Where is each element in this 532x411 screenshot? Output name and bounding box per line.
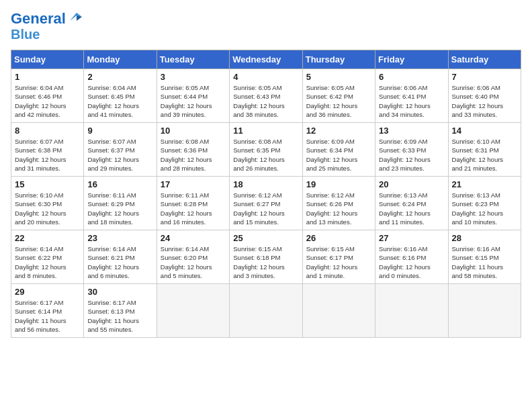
page-header: General Blue [11, 11, 521, 42]
day-info: Sunrise: 6:16 AM Sunset: 6:15 PM Dayligh… [452, 244, 517, 280]
day-number: 1 [15, 72, 80, 82]
calendar-day-cell: 9Sunrise: 6:07 AM Sunset: 6:37 PM Daylig… [84, 123, 157, 177]
day-info: Sunrise: 6:14 AM Sunset: 6:21 PM Dayligh… [87, 244, 152, 280]
calendar-day-cell: 27Sunrise: 6:16 AM Sunset: 6:16 PM Dayli… [375, 230, 448, 284]
day-of-week-header: Friday [375, 50, 448, 69]
day-info: Sunrise: 6:07 AM Sunset: 6:38 PM Dayligh… [15, 137, 80, 173]
day-info: Sunrise: 6:10 AM Sunset: 6:30 PM Dayligh… [15, 191, 80, 226]
calendar-day-cell: 11Sunrise: 6:08 AM Sunset: 6:35 PM Dayli… [230, 123, 302, 177]
day-info: Sunrise: 6:09 AM Sunset: 6:34 PM Dayligh… [306, 137, 371, 173]
calendar-week-row: 8Sunrise: 6:07 AM Sunset: 6:38 PM Daylig… [11, 123, 521, 177]
calendar-day-cell: 16Sunrise: 6:11 AM Sunset: 6:29 PM Dayli… [84, 177, 157, 230]
day-number: 23 [87, 233, 152, 243]
calendar-day-cell: 26Sunrise: 6:15 AM Sunset: 6:17 PM Dayli… [302, 230, 375, 284]
day-number: 28 [452, 233, 517, 243]
day-number: 18 [233, 179, 298, 189]
day-info: Sunrise: 6:05 AM Sunset: 6:43 PM Dayligh… [233, 83, 298, 119]
calendar-day-cell: 14Sunrise: 6:10 AM Sunset: 6:31 PM Dayli… [448, 123, 521, 177]
calendar-week-row: 22Sunrise: 6:14 AM Sunset: 6:22 PM Dayli… [11, 230, 521, 284]
calendar-week-row: 1Sunrise: 6:04 AM Sunset: 6:46 PM Daylig… [11, 69, 521, 123]
calendar-day-cell: 2Sunrise: 6:04 AM Sunset: 6:45 PM Daylig… [84, 69, 157, 123]
calendar-day-cell: 3Sunrise: 6:05 AM Sunset: 6:44 PM Daylig… [157, 69, 229, 123]
day-info: Sunrise: 6:05 AM Sunset: 6:42 PM Dayligh… [306, 83, 371, 119]
logo-text: General [11, 11, 66, 27]
day-number: 15 [15, 179, 80, 189]
day-number: 13 [379, 126, 444, 136]
calendar-day-cell: 15Sunrise: 6:10 AM Sunset: 6:30 PM Dayli… [11, 177, 84, 230]
day-number: 6 [379, 72, 444, 82]
calendar-day-cell: 17Sunrise: 6:11 AM Sunset: 6:28 PM Dayli… [157, 177, 229, 230]
day-number: 10 [161, 126, 226, 136]
calendar-day-cell: 24Sunrise: 6:14 AM Sunset: 6:20 PM Dayli… [157, 230, 229, 284]
day-info: Sunrise: 6:08 AM Sunset: 6:35 PM Dayligh… [233, 137, 298, 173]
day-number: 24 [161, 233, 226, 243]
calendar-day-cell: 5Sunrise: 6:05 AM Sunset: 6:42 PM Daylig… [302, 69, 375, 123]
day-info: Sunrise: 6:13 AM Sunset: 6:23 PM Dayligh… [452, 191, 517, 226]
calendar-day-cell: 30Sunrise: 6:17 AM Sunset: 6:13 PM Dayli… [84, 284, 157, 338]
calendar-day-cell: 10Sunrise: 6:08 AM Sunset: 6:36 PM Dayli… [157, 123, 229, 177]
calendar-day-cell: 20Sunrise: 6:13 AM Sunset: 6:24 PM Dayli… [375, 177, 448, 230]
calendar-day-cell: 29Sunrise: 6:17 AM Sunset: 6:14 PM Dayli… [11, 284, 84, 338]
calendar-week-row: 15Sunrise: 6:10 AM Sunset: 6:30 PM Dayli… [11, 177, 521, 230]
day-number: 8 [15, 126, 80, 136]
day-info: Sunrise: 6:13 AM Sunset: 6:24 PM Dayligh… [379, 191, 444, 226]
day-number: 11 [233, 126, 298, 136]
calendar-day-cell [230, 284, 302, 338]
day-of-week-header: Wednesday [230, 50, 302, 69]
day-info: Sunrise: 6:14 AM Sunset: 6:22 PM Dayligh… [15, 244, 80, 280]
day-number: 14 [452, 126, 517, 136]
calendar-day-cell: 25Sunrise: 6:15 AM Sunset: 6:18 PM Dayli… [230, 230, 302, 284]
calendar-day-cell: 4Sunrise: 6:05 AM Sunset: 6:43 PM Daylig… [230, 69, 302, 123]
day-of-week-header: Saturday [448, 50, 521, 69]
calendar-day-cell [302, 284, 375, 338]
day-info: Sunrise: 6:11 AM Sunset: 6:28 PM Dayligh… [161, 191, 226, 226]
day-of-week-header: Monday [84, 50, 157, 69]
calendar-body: 1Sunrise: 6:04 AM Sunset: 6:46 PM Daylig… [11, 69, 521, 338]
logo-bird-icon [67, 11, 82, 24]
calendar-day-cell: 23Sunrise: 6:14 AM Sunset: 6:21 PM Dayli… [84, 230, 157, 284]
calendar-day-cell: 8Sunrise: 6:07 AM Sunset: 6:38 PM Daylig… [11, 123, 84, 177]
day-number: 5 [306, 72, 371, 82]
calendar-header-row: SundayMondayTuesdayWednesdayThursdayFrid… [11, 50, 521, 69]
day-info: Sunrise: 6:15 AM Sunset: 6:18 PM Dayligh… [233, 244, 298, 280]
day-of-week-header: Sunday [11, 50, 84, 69]
calendar-day-cell: 21Sunrise: 6:13 AM Sunset: 6:23 PM Dayli… [448, 177, 521, 230]
day-number: 17 [161, 179, 226, 189]
day-of-week-header: Tuesday [157, 50, 229, 69]
day-number: 27 [379, 233, 444, 243]
day-info: Sunrise: 6:06 AM Sunset: 6:41 PM Dayligh… [379, 83, 444, 119]
day-info: Sunrise: 6:15 AM Sunset: 6:17 PM Dayligh… [306, 244, 371, 280]
day-number: 7 [452, 72, 517, 82]
day-info: Sunrise: 6:11 AM Sunset: 6:29 PM Dayligh… [87, 191, 152, 226]
day-number: 4 [233, 72, 298, 82]
day-number: 21 [452, 179, 517, 189]
day-info: Sunrise: 6:04 AM Sunset: 6:46 PM Dayligh… [15, 83, 80, 119]
calendar-day-cell: 28Sunrise: 6:16 AM Sunset: 6:15 PM Dayli… [448, 230, 521, 284]
day-number: 19 [306, 179, 371, 189]
calendar-day-cell: 22Sunrise: 6:14 AM Sunset: 6:22 PM Dayli… [11, 230, 84, 284]
calendar-table: SundayMondayTuesdayWednesdayThursdayFrid… [11, 50, 521, 338]
calendar-day-cell: 1Sunrise: 6:04 AM Sunset: 6:46 PM Daylig… [11, 69, 84, 123]
calendar-day-cell [375, 284, 448, 338]
calendar-day-cell [448, 284, 521, 338]
calendar-day-cell: 13Sunrise: 6:09 AM Sunset: 6:33 PM Dayli… [375, 123, 448, 177]
calendar-day-cell [157, 284, 229, 338]
calendar-day-cell: 6Sunrise: 6:06 AM Sunset: 6:41 PM Daylig… [375, 69, 448, 123]
day-number: 29 [15, 287, 80, 297]
day-info: Sunrise: 6:04 AM Sunset: 6:45 PM Dayligh… [87, 83, 152, 119]
day-info: Sunrise: 6:16 AM Sunset: 6:16 PM Dayligh… [379, 244, 444, 280]
day-info: Sunrise: 6:10 AM Sunset: 6:31 PM Dayligh… [452, 137, 517, 173]
day-number: 30 [87, 287, 152, 297]
calendar-day-cell: 12Sunrise: 6:09 AM Sunset: 6:34 PM Dayli… [302, 123, 375, 177]
day-info: Sunrise: 6:12 AM Sunset: 6:26 PM Dayligh… [306, 191, 371, 226]
calendar-day-cell: 19Sunrise: 6:12 AM Sunset: 6:26 PM Dayli… [302, 177, 375, 230]
day-number: 22 [15, 233, 80, 243]
day-info: Sunrise: 6:07 AM Sunset: 6:37 PM Dayligh… [87, 137, 152, 173]
day-number: 9 [87, 126, 152, 136]
day-number: 16 [87, 179, 152, 189]
calendar-day-cell: 18Sunrise: 6:12 AM Sunset: 6:27 PM Dayli… [230, 177, 302, 230]
day-info: Sunrise: 6:08 AM Sunset: 6:36 PM Dayligh… [161, 137, 226, 173]
day-info: Sunrise: 6:17 AM Sunset: 6:13 PM Dayligh… [87, 298, 152, 334]
day-number: 20 [379, 179, 444, 189]
day-info: Sunrise: 6:14 AM Sunset: 6:20 PM Dayligh… [161, 244, 226, 280]
